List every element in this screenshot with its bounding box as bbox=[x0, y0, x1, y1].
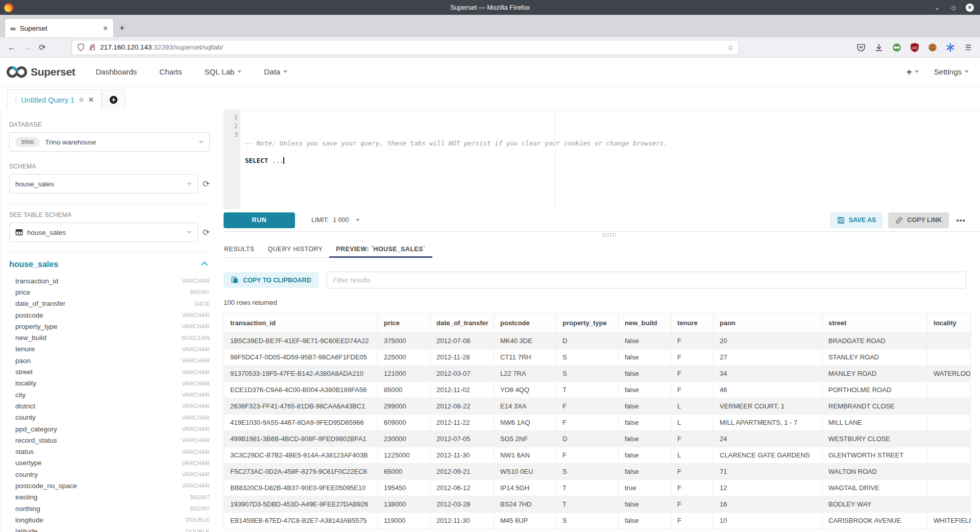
query-tab-close-icon[interactable]: ✕ bbox=[88, 96, 94, 104]
shield-icon[interactable] bbox=[77, 43, 85, 51]
collapse-chevron-icon[interactable] bbox=[201, 261, 208, 268]
cookie-extension-icon[interactable] bbox=[928, 43, 937, 52]
column-header-price[interactable]: price bbox=[378, 313, 430, 333]
copy-to-clipboard-button[interactable]: COPY TO CLIPBOARD bbox=[224, 272, 319, 288]
run-button[interactable]: RUN bbox=[224, 212, 295, 228]
column-header-paon[interactable]: paon bbox=[714, 313, 822, 333]
results-tab-query-history[interactable]: QUERY HISTORY bbox=[261, 246, 330, 257]
column-row: eastingBIGINT bbox=[9, 492, 210, 503]
table-cell: L22 7RA bbox=[494, 366, 556, 382]
pane-resize-handle[interactable] bbox=[602, 233, 616, 237]
more-options-button[interactable]: ••• bbox=[954, 216, 968, 225]
url-text: 217.160.120.143:32393/superset/sqllab/ bbox=[100, 43, 223, 51]
table-cell bbox=[927, 398, 971, 415]
table-row: EB1459EB-67ED-47C8-B2E7-A38143AB55751190… bbox=[224, 513, 971, 529]
column-name: district bbox=[15, 402, 35, 410]
column-name: county bbox=[15, 414, 36, 421]
table-cell: false bbox=[619, 415, 671, 431]
column-header-new_build[interactable]: new_build bbox=[619, 313, 671, 333]
column-type: VARCHAR bbox=[182, 482, 210, 489]
save-as-button[interactable]: SAVE AS bbox=[830, 212, 884, 228]
save-icon bbox=[837, 216, 845, 224]
column-header-date_of_transfer[interactable]: date_of_transfer bbox=[430, 313, 494, 333]
divider bbox=[9, 204, 210, 204]
column-name: latitude bbox=[15, 527, 38, 532]
url-bar[interactable]: 217.160.120.143:32393/superset/sqllab/ ☆ bbox=[71, 40, 739, 55]
schema-select[interactable]: house_sales bbox=[9, 174, 198, 194]
downloads-icon[interactable] bbox=[874, 43, 884, 52]
database-select[interactable]: trino Trino warehouse bbox=[9, 132, 210, 152]
results-tab-preview-house-sales[interactable]: PREVIEW: `HOUSE_SALES` bbox=[329, 246, 432, 257]
add-query-tab-button[interactable] bbox=[102, 89, 126, 110]
nav-item-sql-lab[interactable]: SQL Lab bbox=[205, 67, 242, 76]
bookmark-star-icon[interactable]: ☆ bbox=[727, 43, 733, 52]
superset-logo[interactable]: Superset bbox=[6, 65, 75, 79]
ublock-extension-icon[interactable]: uO bbox=[910, 43, 919, 52]
tab-close-icon[interactable]: ✕ bbox=[103, 25, 108, 32]
table-cell: 12 bbox=[714, 480, 822, 496]
nav-item-data[interactable]: Data bbox=[264, 67, 287, 76]
table-cell: BS24 7HD bbox=[494, 496, 556, 513]
limit-dropdown[interactable]: LIMIT: 1 000 bbox=[311, 216, 360, 224]
table-cell: WS10 0EU bbox=[494, 464, 556, 480]
browser-tab[interactable]: ∞ Superset ✕ bbox=[5, 19, 113, 37]
print-margin-line bbox=[555, 110, 555, 209]
menu-hamburger-icon[interactable]: ☰ bbox=[964, 43, 973, 52]
insecure-lock-icon[interactable] bbox=[89, 43, 96, 51]
window-maximize-button[interactable]: ◇ bbox=[949, 4, 958, 12]
nav-item-dashboards[interactable]: Dashboards bbox=[95, 67, 137, 76]
refresh-schema-icon[interactable]: ⟳ bbox=[203, 179, 210, 189]
column-header-property_type[interactable]: property_type bbox=[556, 313, 619, 333]
table-name-heading[interactable]: house_sales bbox=[9, 260, 58, 269]
copy-link-button[interactable]: COPY LINK bbox=[888, 212, 949, 228]
drag-dots-icon[interactable]: ⁝ bbox=[15, 96, 16, 104]
results-tab-results[interactable]: RESULTS bbox=[224, 246, 261, 257]
settings-menu[interactable]: Settings bbox=[934, 67, 969, 76]
pocket-extension-icon[interactable] bbox=[856, 43, 866, 52]
column-row: countryVARCHAR bbox=[9, 469, 210, 480]
column-header-postcode[interactable]: postcode bbox=[494, 313, 556, 333]
sql-editor[interactable]: 123 -- Note: Unless you save your query,… bbox=[224, 110, 980, 209]
editor-line-numbers: 123 bbox=[224, 110, 240, 209]
table-select[interactable]: house_sales bbox=[9, 223, 198, 242]
table-row: 419E1030-9A55-4467-8DA9-9FED95D659666090… bbox=[224, 415, 971, 431]
refresh-table-icon[interactable]: ⟳ bbox=[203, 227, 210, 238]
column-header-tenure[interactable]: tenure bbox=[671, 313, 714, 333]
table-cell: 225000 bbox=[378, 349, 430, 366]
table-cell: false bbox=[619, 496, 671, 513]
forward-button[interactable]: → bbox=[19, 43, 35, 52]
table-cell: 375000 bbox=[378, 333, 430, 349]
window-close-button[interactable]: ✕ bbox=[966, 4, 974, 12]
table-cell: 419E1030-9A55-4467-8DA9-9FED95D65966 bbox=[224, 415, 378, 431]
starburst-extension-icon[interactable] bbox=[946, 43, 955, 52]
column-header-transaction_id[interactable]: transaction_id bbox=[224, 313, 378, 333]
new-tab-button[interactable]: + bbox=[113, 19, 131, 37]
query-tab[interactable]: ⁝ Untitled Query 1 ✕ bbox=[7, 89, 102, 110]
column-row: longitudeDOUBLE bbox=[9, 514, 210, 525]
table-cell: VERMEER COURT, 1 bbox=[714, 398, 822, 415]
column-type: VARCHAR bbox=[182, 426, 210, 432]
new-item-button[interactable]: + bbox=[906, 66, 919, 78]
column-header-street[interactable]: street bbox=[822, 313, 927, 333]
filter-results-input[interactable] bbox=[327, 272, 966, 288]
column-row: tenureVARCHAR bbox=[9, 344, 210, 355]
column-header-locality[interactable]: locality bbox=[927, 313, 971, 333]
table-cell: M45 6UP bbox=[494, 513, 556, 529]
table-cell: NW6 1AQ bbox=[494, 415, 556, 431]
table-cell: BB8320C9-D82B-4B37-90E0-9FEE05095E10 bbox=[224, 480, 378, 496]
table-row: 91370533-19F5-47FE-B142-A380A8ADA2101210… bbox=[224, 366, 971, 382]
table-cell: 609000 bbox=[378, 415, 430, 431]
table-cell: false bbox=[619, 513, 671, 529]
table-cell: CARISBROOK AVENUE bbox=[822, 513, 927, 529]
back-button[interactable]: ← bbox=[4, 43, 19, 52]
table-cell: F bbox=[671, 496, 714, 513]
table-cell: D bbox=[556, 333, 619, 349]
privacy-extension-icon[interactable] bbox=[892, 43, 901, 52]
table-cell: GLENTWORTH STREET bbox=[822, 447, 927, 464]
table-cell: E14 3XA bbox=[494, 398, 556, 415]
window-minimize-button[interactable]: ⌄ bbox=[933, 4, 941, 12]
reload-button[interactable]: ⟳ bbox=[35, 42, 50, 52]
nav-item-charts[interactable]: Charts bbox=[159, 67, 182, 76]
editor-code-area[interactable]: -- Note: Unless you save your query, the… bbox=[240, 110, 980, 209]
table-cell: T bbox=[556, 480, 619, 496]
